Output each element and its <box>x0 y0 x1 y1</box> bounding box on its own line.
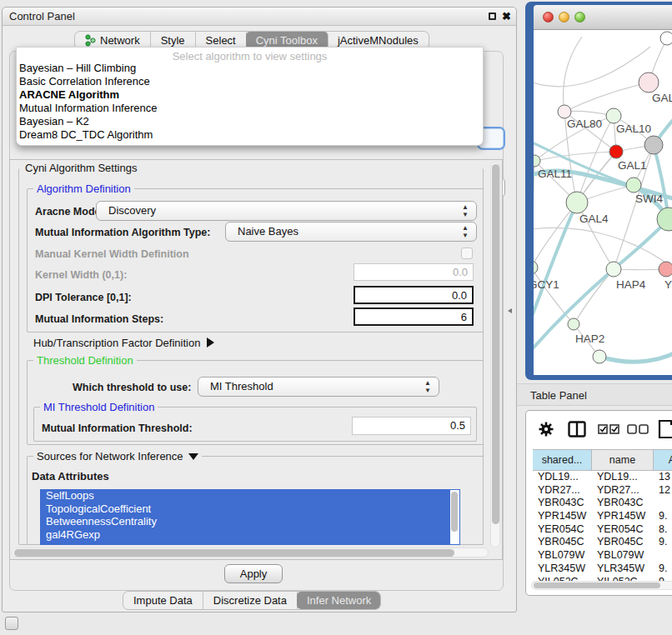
table-cell: 12 <box>654 484 672 498</box>
deselect-all-columns-icon[interactable] <box>627 424 649 435</box>
combo-arrows-icon: ▲▼ <box>462 224 469 239</box>
network-edge[interactable] <box>564 37 582 112</box>
tab-discretize-data[interactable]: Discretize Data <box>203 592 298 609</box>
sources-title[interactable]: Sources for Network Inference <box>33 450 202 462</box>
select-all-columns-icon[interactable] <box>598 424 619 435</box>
network-node-gal1[interactable] <box>626 178 641 192</box>
minimized-panel-button[interactable] <box>5 617 18 630</box>
table-cell: YLR345W <box>592 562 654 576</box>
mi-steps-field[interactable]: 6 <box>354 308 474 326</box>
dpi-tolerance-field[interactable]: 0.0 <box>354 286 474 304</box>
settings-horizontal-scrollbar[interactable] <box>12 548 489 558</box>
network-node-gal4[interactable] <box>566 192 588 213</box>
mi-threshold-field[interactable]: 0.5 <box>352 417 471 435</box>
apply-button[interactable]: Apply <box>224 564 283 583</box>
table-panel-title: Table Panel <box>530 389 587 402</box>
expander-expanded-icon <box>188 453 198 460</box>
table-panel-header: Table Panel <box>517 383 672 406</box>
data-attributes-list[interactable]: SelfLoopsTopologicalCoefficientBetweenne… <box>40 489 460 545</box>
network-node-hap4[interactable] <box>606 262 621 277</box>
mi-steps-label: Mutual Information Steps: <box>35 313 163 325</box>
network-edge-strong[interactable] <box>599 345 672 362</box>
table-row[interactable]: YBR045CYBR045C9. <box>533 536 672 549</box>
new-table-icon[interactable] <box>658 419 672 439</box>
algorithm-option[interactable]: Dream8 DC_TDC Algorithm <box>17 128 483 142</box>
table-cell: YDL19... <box>533 471 592 484</box>
mac-close-button[interactable] <box>543 12 554 22</box>
network-node[interactable] <box>660 32 672 45</box>
network-node[interactable] <box>593 350 606 363</box>
tab-impute-data[interactable]: Impute Data <box>123 592 203 609</box>
network-edge[interactable] <box>534 152 616 161</box>
algorithm-definition-title: Algorithm Definition <box>33 182 134 195</box>
threshold-definition-title: Threshold Definition <box>33 354 137 367</box>
table-cell: YDR27... <box>533 484 592 498</box>
network-node-label: GAL11 <box>538 168 572 180</box>
mac-zoom-button[interactable] <box>574 12 585 22</box>
table-row[interactable]: YBR043CYBR043C <box>533 497 672 510</box>
table-row[interactable]: YLR345WYLR345W9. <box>533 562 672 576</box>
table-row[interactable]: YBL079WYBL079W <box>533 549 672 562</box>
network-edge[interactable] <box>534 47 650 87</box>
mi-threshold-label: Mutual Information Threshold: <box>42 422 193 434</box>
table-cell: YDR27... <box>592 484 654 498</box>
algorithm-option[interactable]: Bayesian – Hill Climbing <box>17 62 483 75</box>
splitpane-handle-icon[interactable] <box>508 308 512 313</box>
algorithm-option[interactable]: Mutual Information Inference <box>17 102 483 115</box>
network-window-titlebar[interactable] <box>534 5 672 30</box>
network-icon <box>85 34 96 47</box>
algorithm-option[interactable]: Bayesian – K2 <box>17 115 483 128</box>
algorithm-option[interactable]: ARACNE Algorithm <box>17 88 483 102</box>
attr-list-scrollbar[interactable] <box>450 490 459 544</box>
close-icon[interactable]: ✖ <box>502 10 511 22</box>
control-panel-title: Control Panel <box>9 10 75 22</box>
network-node-gal10[interactable] <box>606 108 621 123</box>
network-node-label: GAL80 <box>567 118 602 130</box>
mac-minimize-button[interactable] <box>559 12 569 22</box>
data-attribute-item[interactable]: gal4RGexp <box>40 528 460 542</box>
data-attribute-item[interactable]: SelfLoops <box>40 489 460 502</box>
table-column-header[interactable]: shared... <box>533 450 592 470</box>
aracne-mode-combo[interactable]: Discovery ▲▼ <box>96 201 477 221</box>
network-node[interactable] <box>644 136 663 154</box>
network-node-gcy1[interactable] <box>534 261 538 274</box>
gear-icon[interactable] <box>538 421 554 438</box>
network-node-gal7[interactable] <box>639 72 659 92</box>
mi-type-combo[interactable]: Naive Bayes ▲▼ <box>225 222 477 242</box>
float-window-icon[interactable] <box>489 12 496 20</box>
table-column-header[interactable]: name <box>592 450 654 470</box>
manual-kernel-checkbox[interactable] <box>461 248 473 259</box>
network-node-y[interactable] <box>659 262 672 277</box>
table-column-header[interactable]: A <box>654 450 672 470</box>
data-attribute-item[interactable]: TopologicalCoefficient <box>40 502 460 516</box>
settings-vertical-scrollbar[interactable] <box>490 162 500 548</box>
which-threshold-combo[interactable]: MI Threshold ▲▼ <box>198 377 439 397</box>
bottom-tabs: Impute Data Discretize Data Infer Networ… <box>123 591 381 610</box>
network-canvas[interactable]: GAL7GAL80GAL10GAL1GAL11GAL4SWI4GCY1HAP4Y… <box>534 30 672 375</box>
table-cell: YER054C <box>533 523 592 537</box>
kernel-width-field[interactable]: 0.0 <box>354 263 474 281</box>
manual-kernel-label: Manual Kernel Width Definition <box>35 248 189 260</box>
network-node-hap2[interactable] <box>568 318 579 330</box>
table-row[interactable]: YDL19...YDL19...13 <box>533 471 672 484</box>
network-node-label: HAP2 <box>575 332 604 345</box>
data-attribute-item[interactable]: BetweennessCentrality <box>40 515 460 528</box>
table-cell: YDL19... <box>592 471 654 484</box>
network-edge[interactable] <box>564 82 649 112</box>
network-node-gal80[interactable] <box>558 105 571 118</box>
network-edge[interactable] <box>574 269 614 324</box>
network-edge[interactable] <box>534 161 534 268</box>
table-cell: YBL079W <box>592 549 654 562</box>
network-node-label: SWI4 <box>635 192 663 205</box>
table-horizontal-scrollbar[interactable] <box>531 581 672 590</box>
network-node-label: Y <box>664 278 672 291</box>
network-node[interactable] <box>609 145 623 158</box>
hub-factor-expander[interactable]: Hub/Transcription Factor Definition <box>33 337 214 349</box>
table-row[interactable]: YDR27...YDR27...12 <box>533 484 672 498</box>
split-columns-icon[interactable] <box>568 421 586 438</box>
algorithm-option[interactable]: Basic Correlation Inference <box>17 75 483 88</box>
table-row[interactable]: YER054CYER054C8. <box>533 523 672 537</box>
table-row[interactable]: YPR145WYPR145W9. <box>533 510 672 523</box>
tab-infer-network[interactable]: Infer Network <box>297 592 381 609</box>
table-cell: 13 <box>654 471 672 484</box>
